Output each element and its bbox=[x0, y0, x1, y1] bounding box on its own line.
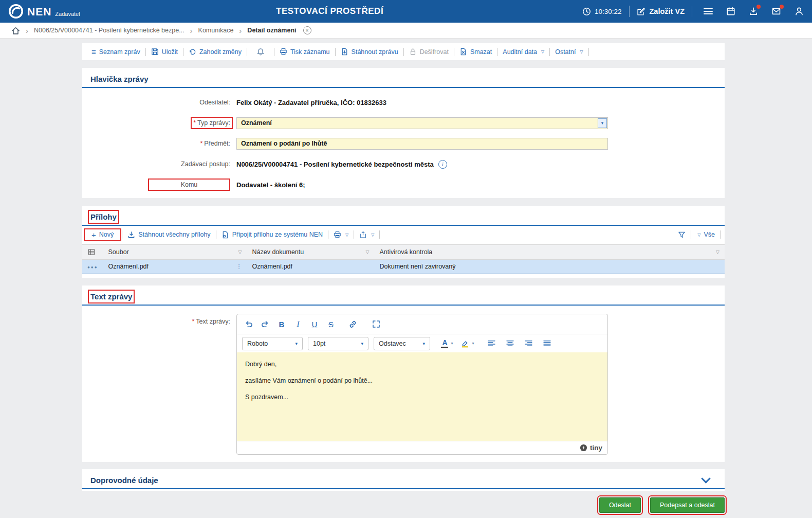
toolbar-smazat-button[interactable]: Smazat bbox=[454, 48, 497, 56]
font-size-dropdown[interactable]: 10pt ▾ bbox=[308, 337, 368, 350]
fullscreen-button[interactable] bbox=[368, 317, 384, 331]
toolbar-label: Stáhnout zprávu bbox=[352, 48, 398, 56]
filter-all-button[interactable]: ▽ Vše bbox=[691, 231, 720, 238]
section-rule bbox=[82, 305, 725, 306]
messages-badge bbox=[780, 5, 784, 9]
attachment-file: Oznámení.pdf bbox=[108, 263, 149, 270]
toolbar-desifrovat-button[interactable]: Dešifrovat bbox=[404, 48, 454, 56]
funnel-icon bbox=[678, 231, 686, 239]
subject-input[interactable] bbox=[236, 138, 608, 150]
column-filter-icon[interactable]: ▽ bbox=[366, 249, 370, 255]
list-icon: ≡ bbox=[91, 48, 96, 56]
attachments-toolbar: + Nový Stáhnout všechny přílohy Připojit… bbox=[82, 226, 725, 243]
toolbar-stahnout-zpravu-button[interactable]: Stáhnout zprávu bbox=[336, 48, 403, 56]
align-justify-button[interactable] bbox=[539, 336, 555, 351]
align-left-button[interactable] bbox=[484, 336, 499, 351]
create-vz-label: Založit VZ bbox=[650, 7, 685, 15]
current-time: 10:30:22 bbox=[595, 8, 622, 15]
downloads-button[interactable] bbox=[749, 7, 758, 16]
toolbar-label: Ostatní bbox=[555, 48, 576, 56]
sign-and-send-button[interactable]: Podepsat a odeslat bbox=[650, 497, 725, 513]
section-title-hlavicka: Hlavička zprávy bbox=[90, 75, 149, 83]
table-settings-icon[interactable] bbox=[87, 248, 98, 256]
create-vz-button[interactable]: Založit VZ bbox=[637, 7, 685, 16]
column-header-soubor[interactable]: Soubor ▽ bbox=[103, 245, 247, 260]
export-attachments-button[interactable]: ▽ bbox=[354, 231, 379, 239]
topbar: NEN Zadavatel TESTOVACÍ PROSTŘEDÍ 10:30:… bbox=[0, 0, 812, 23]
expand-section-chevron-icon[interactable] bbox=[701, 474, 710, 483]
brand-subtitle: Zadavatel bbox=[55, 11, 80, 19]
align-center-button[interactable] bbox=[502, 336, 518, 351]
italic-button[interactable]: I bbox=[290, 317, 306, 331]
close-tab-button[interactable]: × bbox=[303, 26, 311, 34]
bold-button[interactable]: B bbox=[274, 317, 289, 331]
download-all-attachments-button[interactable]: Stáhnout všechny přílohy bbox=[122, 231, 215, 239]
toolbar-label: Tisk záznamu bbox=[290, 48, 330, 56]
send-button[interactable]: Odeslat bbox=[599, 497, 641, 513]
strikethrough-button[interactable]: S bbox=[323, 317, 339, 331]
subject-label: Předmět: bbox=[204, 140, 230, 147]
discard-changes-icon bbox=[189, 48, 196, 56]
accompanying-data-section: Doprovodné údaje bbox=[82, 469, 725, 491]
notifications-button[interactable] bbox=[247, 48, 274, 56]
select-caret-icon[interactable]: ▾ bbox=[598, 118, 607, 128]
caret-down-icon: ▽ bbox=[345, 233, 348, 237]
rich-text-editor: B I U S Roboto ▾ bbox=[236, 314, 608, 455]
info-icon[interactable]: i bbox=[438, 160, 447, 169]
caret-down-icon: ▾ bbox=[295, 341, 298, 346]
download-icon bbox=[127, 231, 135, 239]
print-attachments-button[interactable]: ▽ bbox=[328, 231, 354, 239]
nen-home-link[interactable]: NEN Zadavatel bbox=[8, 4, 80, 19]
block-format-dropdown[interactable]: Odstavec ▾ bbox=[374, 337, 430, 350]
font-family-dropdown[interactable]: Roboto ▾ bbox=[242, 337, 303, 350]
column-filter-icon[interactable]: ▽ bbox=[238, 249, 242, 255]
highlighter-icon bbox=[461, 340, 469, 348]
sender-label: Odesílatel: bbox=[82, 99, 236, 106]
printer-icon bbox=[280, 48, 287, 56]
column-filter-icon[interactable]: ▽ bbox=[716, 249, 719, 255]
message-type-select[interactable]: Oznámení ▾ bbox=[236, 117, 608, 129]
section-title-text-zpravy: Text zprávy bbox=[90, 292, 132, 301]
attachment-row[interactable]: ●●● Oznámení.pdf ⋮ Oznámení.pdf Dokument… bbox=[82, 260, 725, 274]
toolbar-label: Auditní data bbox=[503, 48, 537, 56]
row-actions-icon[interactable]: ●●● bbox=[87, 265, 98, 270]
printer-icon bbox=[334, 231, 341, 239]
breadcrumb-procedure[interactable]: N006/25/V00004741 - Posílení kybernetick… bbox=[34, 27, 184, 34]
nen-logo-icon bbox=[8, 4, 24, 19]
text-color-button[interactable]: A ▾ bbox=[439, 336, 455, 351]
editor-footer: tiny bbox=[237, 441, 607, 454]
fullscreen-icon bbox=[372, 320, 380, 328]
redo-button[interactable] bbox=[257, 317, 273, 331]
undo-button[interactable] bbox=[241, 317, 256, 331]
caret-down-icon: ▽ bbox=[697, 233, 700, 237]
toolbar-ulozit-button[interactable]: Uložit bbox=[146, 48, 183, 56]
section-title-doprovodne: Doprovodné údaje bbox=[90, 476, 158, 485]
toolbar-seznam-zprav-button[interactable]: ≡ Seznam zpráv bbox=[86, 48, 145, 56]
highlight-color-button[interactable]: ▾ bbox=[460, 336, 475, 351]
home-button[interactable] bbox=[11, 26, 20, 35]
caret-down-icon: ▾ bbox=[472, 341, 474, 346]
column-resize-handle-icon[interactable]: ⋮ bbox=[236, 264, 242, 270]
toolbar-auditni-data-button[interactable]: Auditní data ▽ bbox=[497, 48, 549, 56]
new-attachment-button[interactable]: + Nový bbox=[86, 231, 119, 239]
toolbar-ostatni-button[interactable]: Ostatní ▽ bbox=[550, 48, 588, 56]
toolbar-tisk-zaznamu-button[interactable]: Tisk záznamu bbox=[274, 48, 335, 56]
toolbar-zahodit-zmeny-button[interactable]: Zahodit změny bbox=[183, 48, 247, 56]
attach-from-nen-button[interactable]: Připojit přílohu ze systému NEN bbox=[216, 231, 328, 239]
breadcrumb-komunikace[interactable]: Komunikace bbox=[198, 27, 234, 34]
messages-button[interactable] bbox=[771, 7, 781, 16]
filter-button[interactable] bbox=[673, 231, 691, 239]
column-header-antivir[interactable]: Antivirová kontrola ▽ bbox=[375, 245, 725, 260]
message-body-input[interactable]: Dobrý den, zasíláme Vám oznámení o podán… bbox=[237, 352, 607, 441]
align-right-button[interactable] bbox=[521, 336, 536, 351]
column-header-nazev[interactable]: Název dokumentu ▽ bbox=[247, 245, 375, 260]
link-button[interactable] bbox=[345, 317, 360, 331]
user-button[interactable] bbox=[795, 7, 804, 16]
toolbar-label: Smazat bbox=[470, 48, 492, 56]
toolbar-divider bbox=[379, 230, 380, 239]
underline-button[interactable]: U bbox=[307, 317, 322, 331]
menu-button[interactable] bbox=[704, 7, 713, 16]
footer-actions: Odeslat Podepsat a odeslat bbox=[82, 497, 725, 513]
calendar-button[interactable] bbox=[726, 7, 735, 16]
toolbar-label: Stáhnout všechny přílohy bbox=[138, 231, 210, 238]
